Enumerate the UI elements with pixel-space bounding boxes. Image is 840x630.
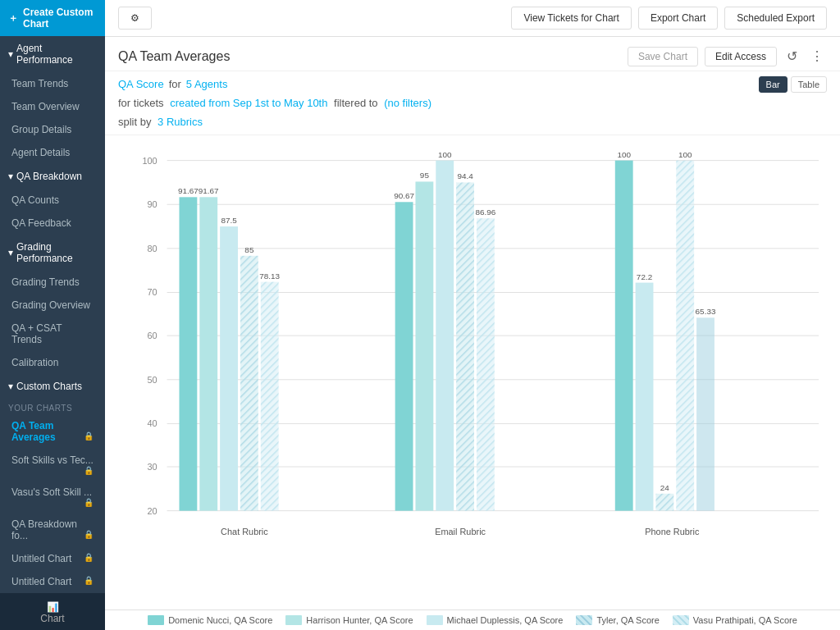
bar-view-button[interactable]: Bar (759, 76, 788, 93)
settings-icon: ⚙ (130, 12, 139, 24)
svg-text:72.2: 72.2 (637, 272, 653, 281)
svg-text:87.5: 87.5 (221, 216, 237, 225)
svg-text:86.96: 86.96 (475, 208, 495, 217)
lock-icon: 🔒 (84, 431, 94, 441)
bar-phone-vasu (676, 161, 694, 511)
bar-email-harrison (415, 181, 433, 510)
plus-icon: ＋ (8, 11, 18, 25)
metric-link[interactable]: QA Score (118, 78, 164, 90)
sidebar: ＋ Create Custom Chart ▾ Agent Performanc… (0, 0, 105, 630)
more-options-button[interactable]: ⋮ (807, 45, 827, 67)
bar-chat-vasu (261, 282, 279, 511)
filtered-label: filtered to (334, 97, 377, 109)
bar-chat-domenic (179, 197, 197, 510)
phone-rubric-label: Phone Rubric (645, 527, 700, 536)
svg-text:50: 50 (148, 375, 158, 385)
sidebar-item-soft-skills[interactable]: Soft Skills vs Tec... 🔒 (0, 449, 105, 481)
svg-text:100: 100 (617, 150, 631, 159)
email-rubric-label: Email Rubric (435, 527, 486, 536)
sidebar-section-grading-performance[interactable]: ▾ Grading Performance (0, 235, 105, 271)
view-tickets-button[interactable]: View Tickets for Chart (511, 7, 631, 30)
no-filters-link[interactable]: (no filters) (384, 97, 431, 109)
chat-rubric-label: Chat Rubric (221, 527, 268, 536)
sidebar-item-qa-counts[interactable]: QA Counts (0, 189, 105, 212)
create-custom-chart-button[interactable]: ＋ Create Custom Chart (0, 0, 105, 36)
bar-email-vasu (477, 218, 495, 511)
svg-text:40: 40 (148, 418, 158, 428)
sidebar-item-untitled-1[interactable]: Untitled Chart 🔒 (0, 547, 105, 570)
rubrics-link[interactable]: 3 Rubrics (158, 116, 203, 128)
chart-header: QA Team Averages Save Chart Edit Access … (105, 37, 840, 71)
sidebar-section-agent-performance[interactable]: ▾ Agent Performance (0, 36, 105, 72)
lock-icon: 🔒 (84, 553, 94, 562)
lock-icon: 🔒 (84, 576, 94, 585)
lock-icon: 🔒 (84, 498, 94, 507)
svg-text:90.67: 90.67 (394, 191, 414, 200)
legend-item-vasu: Vasu Prathipati, QA Score (673, 615, 797, 625)
agents-link[interactable]: 5 Agents (186, 78, 228, 90)
svg-text:95: 95 (420, 171, 430, 180)
undo-button[interactable]: ↺ (783, 45, 801, 67)
svg-text:91.67: 91.67 (199, 186, 219, 195)
legend-item-michael: Michael Duplessis, QA Score (427, 615, 564, 625)
svg-text:91.67: 91.67 (178, 186, 199, 195)
sidebar-item-qa-csat-trends[interactable]: QA + CSAT Trends (0, 317, 105, 351)
bar-chat-tyler (240, 256, 258, 511)
edit-access-button[interactable]: Edit Access (705, 47, 777, 66)
svg-text:100: 100 (142, 156, 157, 166)
scheduled-export-button[interactable]: Scheduled Export (724, 7, 827, 30)
legend-item-harrison: Harrison Hunter, QA Score (285, 615, 413, 625)
sidebar-item-qa-breakdown-fo[interactable]: QA Breakdown fo... 🔒 (0, 513, 105, 547)
chevron-icon: ▾ (8, 48, 13, 60)
bar-chat-michael (220, 226, 238, 511)
svg-text:70: 70 (148, 287, 158, 297)
export-chart-button[interactable]: Export Chart (638, 7, 718, 30)
save-chart-button[interactable]: Save Chart (628, 47, 698, 66)
sidebar-section-custom-charts[interactable]: ▾ Custom Charts (0, 374, 105, 399)
chevron-icon: ▾ (8, 171, 13, 182)
view-toggle: Bar Table (759, 76, 827, 93)
table-view-button[interactable]: Table (791, 76, 827, 93)
tickets-label: for tickets (118, 97, 164, 109)
svg-text:80: 80 (148, 244, 158, 253)
sidebar-item-grading-overview[interactable]: Grading Overview (0, 294, 105, 317)
chart-area: 20 30 40 50 60 70 80 90 100 (105, 135, 840, 609)
date-range-link[interactable]: created from Sep 1st to May 10th (170, 97, 327, 109)
svg-text:30: 30 (148, 462, 158, 472)
sidebar-item-group-details[interactable]: Group Details (0, 118, 105, 141)
sidebar-item-team-trends[interactable]: Team Trends (0, 72, 105, 95)
sidebar-item-calibration[interactable]: Calibration (0, 351, 105, 374)
bar-email-tyler (456, 182, 474, 510)
chart-bottom-btn[interactable]: 📊 Chart (0, 593, 105, 630)
filter-row: QA Score for 5 Agents for tickets create… (105, 71, 840, 135)
svg-text:100: 100 (438, 150, 452, 159)
sidebar-item-qa-feedback[interactable]: QA Feedback (0, 212, 105, 235)
settings-icon-btn[interactable]: ⚙ (118, 7, 152, 30)
sidebar-item-team-overview[interactable]: Team Overview (0, 95, 105, 118)
svg-text:24: 24 (660, 483, 670, 492)
chart-icon: 📊 (47, 601, 59, 613)
bar-email-domenic (395, 202, 413, 510)
svg-text:90: 90 (148, 199, 158, 209)
svg-text:94.4: 94.4 (457, 171, 473, 180)
bar-email-michael (436, 161, 454, 511)
bar-chat-harrison (199, 197, 217, 510)
sidebar-item-agent-details[interactable]: Agent Details (0, 141, 105, 164)
svg-text:85: 85 (244, 245, 254, 254)
legend-swatch-domenic (148, 615, 164, 625)
sidebar-item-vasu-soft-skill[interactable]: Vasu's Soft Skill ... 🔒 (0, 481, 105, 513)
svg-text:65.33: 65.33 (696, 307, 716, 316)
sidebar-item-grading-trends[interactable]: Grading Trends (0, 271, 105, 294)
legend-swatch-harrison (285, 615, 302, 625)
sidebar-item-qa-team-averages[interactable]: QA Team Averages 🔒 (0, 414, 105, 449)
legend-swatch-tyler (576, 615, 592, 625)
chevron-icon: ▾ (8, 247, 13, 258)
your-charts-label: Your Charts (0, 399, 105, 414)
sidebar-section-qa-breakdown[interactable]: ▾ QA Breakdown (0, 164, 105, 189)
legend-item-tyler: Tyler, QA Score (576, 615, 659, 625)
legend-swatch-michael (427, 615, 443, 625)
svg-text:60: 60 (148, 331, 158, 340)
for-label: for (169, 78, 181, 90)
sidebar-item-untitled-2[interactable]: Untitled Chart 🔒 (0, 570, 105, 593)
svg-text:78.13: 78.13 (259, 272, 280, 281)
